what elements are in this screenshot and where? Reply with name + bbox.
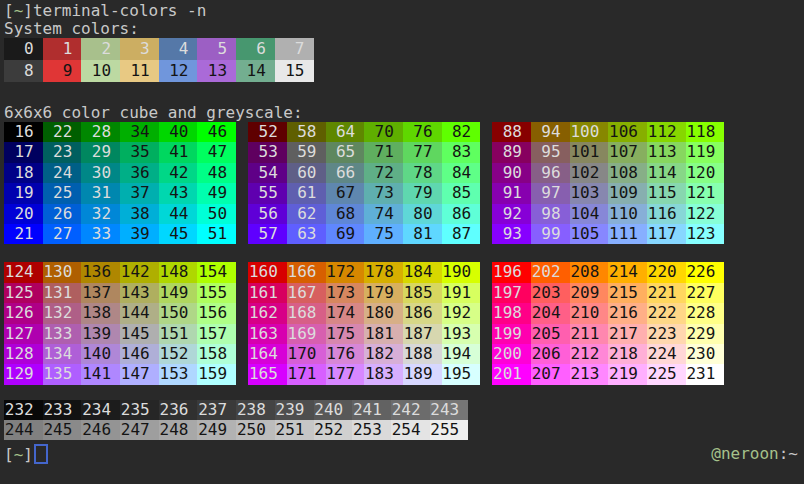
- color-cell: 53: [248, 142, 287, 162]
- color-cell: 248: [159, 420, 198, 440]
- color-cell: 121: [686, 183, 725, 203]
- color-cell: 141: [81, 364, 120, 384]
- color-cell: 94: [531, 122, 570, 142]
- color-cell: 135: [43, 364, 82, 384]
- color-cell: 255: [430, 420, 469, 440]
- system-colors-row: 89101112131415: [4, 60, 804, 82]
- color-cell: 35: [120, 142, 159, 162]
- color-cube-block: 1241251261271281291301311321331341351361…: [4, 262, 236, 384]
- color-cell: 23: [43, 142, 82, 162]
- color-cell: 68: [326, 204, 365, 224]
- bottom-line: [~] @neroon:~: [4, 444, 804, 464]
- color-cell: 1: [43, 38, 82, 60]
- color-cell: 171: [287, 364, 326, 384]
- color-cell: 185: [403, 283, 442, 303]
- color-cell: 202: [531, 262, 570, 282]
- color-cell: 197: [492, 283, 531, 303]
- color-cell: 172: [326, 262, 365, 282]
- color-cube-label: 6x6x6 color cube and greyscale:: [4, 104, 804, 122]
- color-cell: 142: [120, 262, 159, 282]
- color-cell: 17: [4, 142, 43, 162]
- color-cell: 27: [43, 224, 82, 244]
- color-cell: 104: [570, 204, 609, 224]
- color-cell: 117: [647, 224, 686, 244]
- color-cell: 224: [647, 344, 686, 364]
- color-cell: 77: [403, 142, 442, 162]
- color-cell: 247: [120, 420, 159, 440]
- color-cell: 52: [248, 122, 287, 142]
- color-cell: 71: [364, 142, 403, 162]
- color-cell: 88: [492, 122, 531, 142]
- color-cell: 229: [686, 324, 725, 344]
- color-cell: 246: [81, 420, 120, 440]
- color-cell: 116: [647, 204, 686, 224]
- color-cell: 107: [608, 142, 647, 162]
- color-cell: 148: [159, 262, 198, 282]
- color-cell: 249: [197, 420, 236, 440]
- color-cell: 32: [81, 204, 120, 224]
- color-cell: 75: [364, 224, 403, 244]
- color-cell: 51: [197, 224, 236, 244]
- color-cell: 66: [326, 163, 365, 183]
- color-cell: 55: [248, 183, 287, 203]
- color-cell: 48: [197, 163, 236, 183]
- color-cell: 41: [159, 142, 198, 162]
- color-cell: 147: [120, 364, 159, 384]
- color-cell: 45: [159, 224, 198, 244]
- color-cell: 168: [287, 303, 326, 323]
- greyscale-row: 232233234235236237238239240241242243: [4, 400, 804, 420]
- color-cell: 79: [403, 183, 442, 203]
- color-cell: 146: [120, 344, 159, 364]
- color-cell: 100: [570, 122, 609, 142]
- color-cell: 65: [326, 142, 365, 162]
- color-cell: 156: [197, 303, 236, 323]
- color-cell: 108: [608, 163, 647, 183]
- color-cell: 245: [43, 420, 82, 440]
- color-cell: 167: [287, 283, 326, 303]
- color-cell: 220: [647, 262, 686, 282]
- color-cell: 101: [570, 142, 609, 162]
- color-cell: 162: [248, 303, 287, 323]
- color-cell: 76: [403, 122, 442, 142]
- color-cell: 198: [492, 303, 531, 323]
- color-cell: 21: [4, 224, 43, 244]
- color-cell: 74: [364, 204, 403, 224]
- color-cell: 69: [326, 224, 365, 244]
- prompt-bracket-open: [: [4, 1, 14, 20]
- color-cell: 93: [492, 224, 531, 244]
- color-cell: 221: [647, 283, 686, 303]
- color-cell: 78: [403, 163, 442, 183]
- color-cell: 207: [531, 364, 570, 384]
- color-cell: 111: [608, 224, 647, 244]
- color-cell: 3: [120, 38, 159, 60]
- color-cell: 70: [364, 122, 403, 142]
- color-cell: 43: [159, 183, 198, 203]
- color-cell: 91: [492, 183, 531, 203]
- color-cell: 37: [120, 183, 159, 203]
- terminal-cursor: [34, 444, 48, 464]
- color-cell: 189: [403, 364, 442, 384]
- color-cell: 42: [159, 163, 198, 183]
- color-cell: 226: [686, 262, 725, 282]
- color-cell: 127: [4, 324, 43, 344]
- color-cell: 56: [248, 204, 287, 224]
- color-cell: 61: [287, 183, 326, 203]
- color-cell: 194: [442, 344, 481, 364]
- color-cell: 182: [364, 344, 403, 364]
- color-cell: 33: [81, 224, 120, 244]
- color-cell: 90: [492, 163, 531, 183]
- color-cell: 4: [159, 38, 198, 60]
- color-cell: 39: [120, 224, 159, 244]
- prompt-bracket-close: ]: [23, 445, 33, 464]
- color-cell: 19: [4, 183, 43, 203]
- color-cell: 188: [403, 344, 442, 364]
- color-cell: 159: [197, 364, 236, 384]
- color-cell: 252: [314, 420, 353, 440]
- terminal-window[interactable]: [~]terminal-colors -n System colors: 012…: [0, 0, 804, 484]
- color-cell: 14: [236, 60, 275, 82]
- color-cell: 191: [442, 283, 481, 303]
- color-cell: 24: [43, 163, 82, 183]
- greyscale-grid: 2322332342352362372382392402412422432442…: [4, 400, 804, 440]
- color-cell: 128: [4, 344, 43, 364]
- color-cube-block: 5253545556575859606162636465666768697071…: [248, 122, 480, 244]
